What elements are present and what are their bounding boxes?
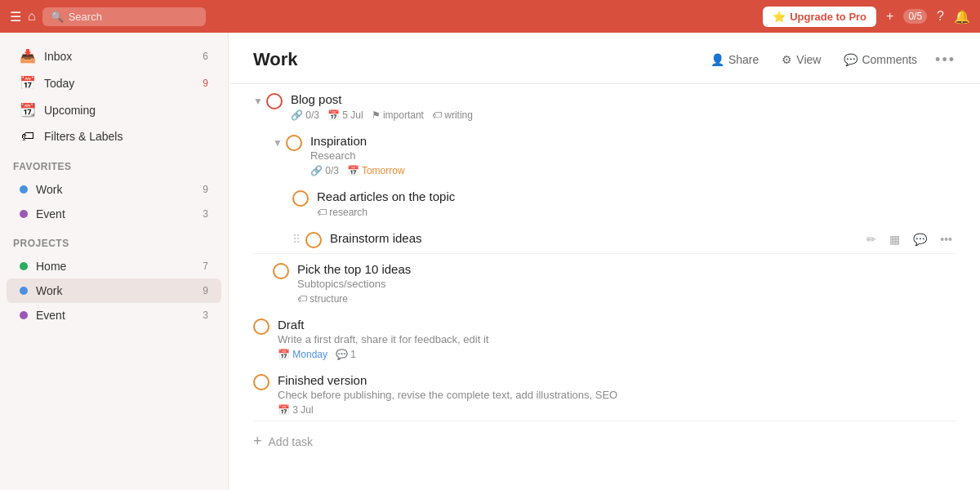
inbox-icon: 📥 bbox=[20, 48, 36, 64]
share-button[interactable]: 👤 Share bbox=[706, 50, 764, 69]
finished-date: 📅 3 Jul bbox=[278, 404, 314, 416]
share-label: Share bbox=[728, 53, 759, 66]
event-fav-dot bbox=[20, 210, 28, 218]
work-proj-dot bbox=[20, 287, 28, 295]
event-proj-count: 3 bbox=[203, 310, 208, 321]
menu-icon[interactable]: ☰ bbox=[10, 9, 21, 24]
task-checkbox-brainstorm[interactable] bbox=[305, 232, 322, 248]
event-fav-count: 3 bbox=[203, 208, 208, 220]
task-checkbox-pick-ideas[interactable] bbox=[273, 263, 289, 279]
karma-count[interactable]: 0/5 bbox=[903, 9, 927, 24]
task-checkbox-read-articles[interactable] bbox=[292, 190, 309, 207]
topbar-right: ⭐ Upgrade to Pro + 0/5 ? 🔔 bbox=[763, 7, 970, 27]
upgrade-label: Upgrade to Pro bbox=[790, 11, 866, 23]
today-count: 9 bbox=[203, 78, 208, 89]
inspiration-subtask-count: 🔗 0/3 bbox=[310, 165, 339, 176]
sidebar-item-work-fav[interactable]: Work 9 bbox=[7, 177, 221, 202]
sidebar-item-filters[interactable]: 🏷 Filters & Labels bbox=[7, 123, 221, 149]
work-fav-count: 9 bbox=[203, 184, 208, 195]
add-task-row[interactable]: + Add task bbox=[253, 421, 956, 461]
work-proj-count: 9 bbox=[203, 285, 208, 296]
event-proj-dot bbox=[20, 311, 28, 319]
inspiration-date: 📅 Tomorrow bbox=[347, 165, 405, 176]
favorites-section-label: Favorites bbox=[0, 149, 228, 177]
task-subtitle-finished: Check before publishing, revise the comp… bbox=[278, 389, 956, 401]
task-list: ▼ Blog post 🔗 0/3 📅 5 Jul ⚑ important 🏷 … bbox=[229, 84, 980, 461]
task-title-read-articles: Read articles on the topic bbox=[317, 189, 956, 203]
sidebar-item-inbox[interactable]: 📥 Inbox 6 bbox=[7, 42, 221, 69]
more-button[interactable]: ••• bbox=[935, 51, 956, 69]
drag-handle-brainstorm[interactable]: ⠿ bbox=[292, 231, 301, 246]
sidebar-item-work-proj[interactable]: Work 9 bbox=[7, 278, 221, 303]
home-proj-dot bbox=[20, 262, 28, 270]
task-content-read-articles: Read articles on the topic 🏷 research bbox=[317, 189, 956, 218]
search-bar[interactable]: 🔍 Search bbox=[42, 7, 206, 26]
home-icon[interactable]: ⌂ bbox=[28, 9, 36, 24]
task-meta-pick-ideas: 🏷 structure bbox=[297, 293, 956, 305]
upcoming-icon: 📆 bbox=[20, 102, 36, 118]
task-meta-finished: 📅 3 Jul bbox=[278, 404, 956, 416]
search-placeholder: Search bbox=[69, 11, 102, 23]
comments-button[interactable]: 💬 Comments bbox=[839, 50, 922, 69]
task-title-pick-ideas: Pick the top 10 ideas bbox=[297, 262, 956, 276]
edit-icon[interactable]: ✏ bbox=[863, 231, 880, 247]
task-content-blog-post: Blog post 🔗 0/3 📅 5 Jul ⚑ important 🏷 wr… bbox=[291, 92, 956, 121]
add-task-icon: + bbox=[253, 433, 262, 450]
task-content-inspiration: Inspiration Research 🔗 0/3 📅 Tomorrow bbox=[310, 134, 956, 176]
draft-date: 📅 Monday bbox=[278, 349, 327, 360]
work-fav-label: Work bbox=[36, 183, 194, 196]
view-button[interactable]: ⚙ View bbox=[777, 50, 826, 69]
task-meta-draft: 📅 Monday 💬 1 bbox=[278, 349, 956, 360]
sidebar-item-home-proj[interactable]: Home 7 bbox=[7, 254, 221, 278]
upgrade-button[interactable]: ⭐ Upgrade to Pro bbox=[763, 7, 876, 27]
comments-icon: 💬 bbox=[844, 53, 858, 66]
sidebar-item-event-proj[interactable]: Event 3 bbox=[7, 303, 221, 327]
task-content-brainstorm: Brainstorm ideas bbox=[330, 231, 863, 245]
upgrade-star-icon: ⭐ bbox=[773, 11, 786, 23]
more-task-icon[interactable]: ••• bbox=[937, 231, 956, 247]
schedule-icon[interactable]: ▦ bbox=[886, 231, 903, 247]
event-proj-label: Event bbox=[36, 309, 194, 322]
task-group-blog-post: ▼ Blog post 🔗 0/3 📅 5 Jul ⚑ important 🏷 … bbox=[253, 84, 956, 421]
task-checkbox-draft[interactable] bbox=[253, 318, 270, 335]
page-title: Work bbox=[253, 49, 706, 70]
sidebar-item-upcoming[interactable]: 📆 Upcoming bbox=[7, 96, 221, 123]
sidebar-item-today[interactable]: 📅 Today 9 bbox=[7, 69, 221, 96]
sidebar: 📥 Inbox 6 📅 Today 9 📆 Upcoming 🏷 Filters… bbox=[0, 33, 229, 490]
task-content-finished: Finished version Check before publishing… bbox=[278, 373, 956, 416]
task-content-draft: Draft Write a first draft, share it for … bbox=[278, 318, 956, 360]
filters-icon: 🏷 bbox=[20, 129, 36, 144]
task-checkbox-blog-post[interactable] bbox=[266, 93, 283, 109]
add-icon[interactable]: + bbox=[886, 9, 893, 24]
task-title-draft: Draft bbox=[278, 318, 956, 332]
task-meta-inspiration: 🔗 0/3 📅 Tomorrow bbox=[310, 165, 956, 176]
sidebar-item-event-fav[interactable]: Event 3 bbox=[7, 202, 221, 226]
share-icon: 👤 bbox=[710, 53, 724, 66]
event-fav-label: Event bbox=[36, 207, 194, 220]
notification-icon[interactable]: 🔔 bbox=[954, 9, 970, 24]
comments-label: Comments bbox=[862, 53, 917, 66]
pick-ideas-tag: 🏷 structure bbox=[297, 293, 348, 305]
filters-label: Filters & Labels bbox=[44, 130, 208, 143]
collapse-inspiration[interactable]: ▼ bbox=[273, 134, 283, 149]
task-group-inspiration: ▼ Inspiration Research 🔗 0/3 📅 Tomorrow bbox=[253, 126, 956, 254]
blog-post-date: 📅 5 Jul bbox=[327, 109, 363, 121]
task-title-inspiration: Inspiration bbox=[310, 134, 956, 148]
task-row-pick-ideas: Pick the top 10 ideas Subtopics/sections… bbox=[253, 254, 956, 310]
task-checkbox-inspiration[interactable] bbox=[286, 135, 302, 151]
task-checkbox-finished[interactable] bbox=[253, 374, 270, 390]
task-meta-read-articles: 🏷 research bbox=[317, 207, 956, 218]
collapse-blog-post[interactable]: ▼ bbox=[253, 92, 263, 107]
add-task-label: Add task bbox=[269, 435, 313, 448]
task-row-brainstorm: ⠿ Brainstorm ideas ✏ ▦ 💬 ••• bbox=[273, 223, 956, 253]
work-fav-dot bbox=[20, 185, 28, 194]
help-icon[interactable]: ? bbox=[937, 9, 944, 24]
topbar-left: ☰ ⌂ 🔍 Search bbox=[10, 7, 206, 26]
task-content-pick-ideas: Pick the top 10 ideas Subtopics/sections… bbox=[297, 262, 956, 305]
comment-icon[interactable]: 💬 bbox=[910, 231, 930, 247]
read-articles-tag: 🏷 research bbox=[317, 207, 368, 218]
task-title-blog-post: Blog post bbox=[291, 92, 956, 106]
task-subtitle-inspiration: Research bbox=[310, 149, 956, 162]
work-proj-label: Work bbox=[36, 284, 194, 297]
blog-post-subtask-count: 🔗 0/3 bbox=[291, 109, 319, 121]
